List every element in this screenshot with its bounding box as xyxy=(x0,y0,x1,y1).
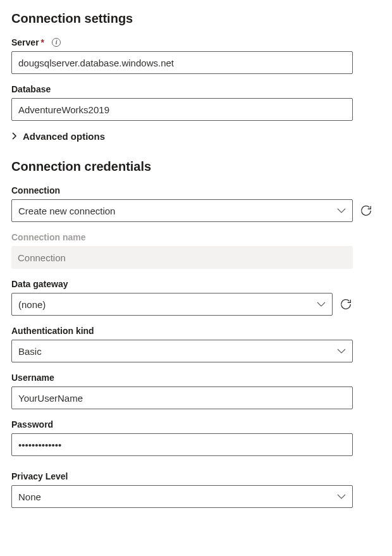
username-input[interactable] xyxy=(11,386,353,409)
chevron-right-icon xyxy=(11,132,18,141)
auth-kind-label: Authentication kind xyxy=(11,326,94,336)
auth-kind-select[interactable]: Basic xyxy=(11,340,353,362)
database-input[interactable] xyxy=(11,98,353,121)
chevron-down-icon xyxy=(337,348,346,354)
database-label: Database xyxy=(11,84,51,94)
advanced-options-expander[interactable]: Advanced options xyxy=(11,131,381,142)
connection-select[interactable]: Create new connection xyxy=(11,199,353,222)
connection-name-label: Connection name xyxy=(11,232,85,242)
password-input[interactable] xyxy=(11,433,353,456)
info-icon[interactable]: i xyxy=(52,38,61,47)
privacy-level-value: None xyxy=(18,491,41,502)
server-input[interactable] xyxy=(11,51,353,74)
username-label: Username xyxy=(11,373,54,383)
connection-label: Connection xyxy=(11,185,60,195)
auth-kind-value: Basic xyxy=(18,346,42,357)
refresh-gateway-button[interactable] xyxy=(339,295,357,313)
advanced-options-label: Advanced options xyxy=(23,131,105,142)
chevron-down-icon xyxy=(337,493,346,500)
chevron-down-icon xyxy=(337,207,346,214)
privacy-level-select[interactable]: None xyxy=(11,485,353,508)
refresh-connection-button[interactable] xyxy=(359,202,377,219)
data-gateway-select[interactable]: (none) xyxy=(11,293,333,316)
password-label: Password xyxy=(11,419,53,429)
connection-name-input xyxy=(11,246,353,269)
server-label: Server xyxy=(11,37,39,47)
chevron-down-icon xyxy=(317,301,326,307)
required-indicator: * xyxy=(41,37,44,47)
data-gateway-label: Data gateway xyxy=(11,279,68,289)
connection-settings-heading: Connection settings xyxy=(11,11,381,26)
connection-credentials-heading: Connection credentials xyxy=(11,159,381,174)
privacy-level-label: Privacy Level xyxy=(11,471,68,481)
connection-select-value: Create new connection xyxy=(18,206,115,216)
data-gateway-value: (none) xyxy=(18,299,46,310)
